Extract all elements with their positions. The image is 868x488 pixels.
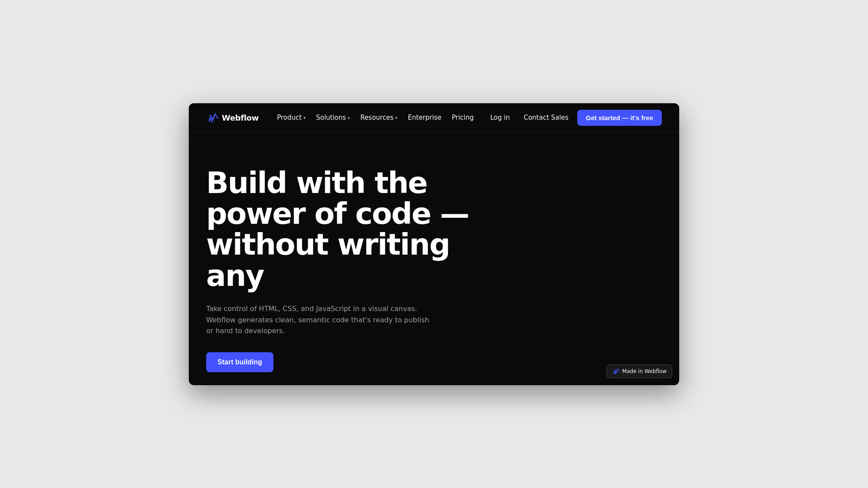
nav-label-enterprise: Enterprise [408,114,441,121]
chevron-down-icon: ▾ [303,115,306,120]
nav-label-pricing: Pricing [452,114,474,121]
hero-section: Build with the power of code — without w… [189,133,493,385]
nav-links: Product ▾ Solutions ▾ Resources ▾ Enterp… [273,111,478,124]
made-in-webflow-text: Made in Webflow [622,368,667,374]
nav-item-solutions[interactable]: Solutions ▾ [312,111,354,124]
chevron-down-icon: ▾ [348,115,350,120]
logo-text: Webflow [222,113,259,122]
webflow-logo-icon [206,113,218,122]
nav-label-solutions: Solutions [316,114,346,121]
nav-label-resources: Resources [360,114,394,121]
made-in-webflow-badge[interactable]: Made in Webflow [606,364,672,378]
nav-item-pricing[interactable]: Pricing [447,111,478,124]
navbar-left: Webflow Product ▾ Solutions ▾ Resources … [206,111,478,124]
nav-item-product[interactable]: Product ▾ [273,111,310,124]
navbar: Webflow Product ▾ Solutions ▾ Resources … [189,103,679,133]
nav-item-enterprise[interactable]: Enterprise [404,111,446,124]
login-button[interactable]: Log in [485,111,515,124]
start-building-button[interactable]: Start building [206,352,273,372]
contact-sales-button[interactable]: Contact Sales [519,111,574,124]
navbar-right: Log in Contact Sales Get started — it's … [485,110,662,126]
browser-window: Webflow Product ▾ Solutions ▾ Resources … [189,103,679,385]
hero-subtext: Take control of HTML, CSS, and JavaScrip… [206,303,432,337]
logo[interactable]: Webflow [206,113,259,122]
get-started-button[interactable]: Get started — it's free [577,110,662,126]
chevron-down-icon: ▾ [395,115,398,120]
hero-headline: Build with the power of code — without w… [206,167,475,291]
nav-item-resources[interactable]: Resources ▾ [356,111,402,124]
webflow-badge-icon [612,368,620,374]
nav-label-product: Product [277,114,302,121]
